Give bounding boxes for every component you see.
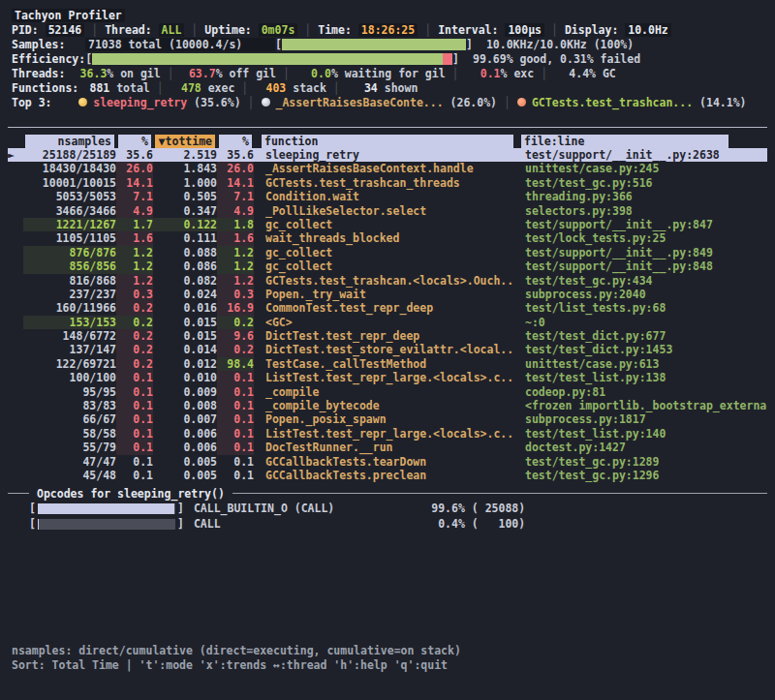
cell-function-name: GCTests.test_trashcan.<locals>.Ouch... [254,274,515,288]
cell-tottime: 0.007 [153,412,217,426]
cell-function-name: sleeping_retry [254,148,515,162]
table-row[interactable]: 237/2370.30.0240.3Popen._try_waitsubproc… [8,288,767,301]
cell-function-name: <GC> [254,316,515,329]
top3-separator: │ [241,96,262,109]
table-row[interactable]: 10001/1001514.11.00014.1GCTests.test_tra… [8,176,767,190]
opcode-percentage: 99.6% [417,502,465,515]
opcodes-title: Opcodes for sleeping_retry() [29,487,232,501]
efficiency-label: Efficiency: [12,52,85,66]
table-row[interactable]: 55/790.10.0060.1DocTestRunner.__rundocte… [8,441,767,454]
column-header-tottime-sorted[interactable]: ▼tottime [153,134,217,148]
functions-stat-value: 881 [78,81,109,95]
cell-file-line: test/test_list.py:140 [515,427,767,441]
cell-pct-direct: 35.6 [116,148,153,162]
cell-tottime: 0.086 [153,259,217,273]
top3-function-name[interactable]: sleeping_retry [93,96,187,109]
cell-nsamples: 856/856 [23,259,116,273]
table-row[interactable]: 5053/50537.10.5057.1Condition.waitthread… [8,190,767,203]
table-row[interactable]: 47/470.10.0050.1GCCallbackTests.tearDown… [8,455,767,469]
top3-separator: │ [497,96,517,109]
table-row[interactable]: 3466/34664.90.3474.9_PollLikeSelector.se… [8,204,767,218]
column-header-file[interactable]: file:line [515,134,767,148]
cell-file-line: unittest/case.py:245 [515,162,767,175]
cell-pct-direct: 7.1 [116,190,153,203]
opcode-bar-fill [38,519,39,530]
cell-tottime: 0.505 [153,190,217,203]
cell-tottime: 0.024 [153,288,217,301]
selected-row-pointer-icon [8,469,23,482]
table-row[interactable]: ►25188/2518935.62.51935.6sleeping_retryt… [8,148,767,162]
cell-nsamples: 95/95 [23,385,116,399]
cell-pct-direct: 0.1 [116,399,153,412]
table-row[interactable]: 137/1470.20.0140.2DictTest.test_store_ev… [8,343,767,356]
cell-function-name: gc_collect [254,246,515,259]
cell-pct-direct: 0.1 [116,412,153,426]
cell-file-line: test/test_gc.py:516 [515,176,767,190]
table-row[interactable]: 66/670.10.0070.1Popen._posix_spawnsubpro… [8,412,767,426]
selected-row-pointer-icon [8,288,23,301]
table-row[interactable]: 816/8681.20.0821.2GCTests.test_trashcan.… [8,274,767,288]
status-value: 52146 [46,23,85,37]
cell-tottime: 1.000 [153,176,217,190]
table-row[interactable]: 45/480.10.0050.1GCCallbackTests.preclean… [8,469,767,482]
selected-row-pointer-icon [8,343,23,356]
table-row[interactable]: 1221/12671.70.1221.8gc_collecttest/suppo… [8,218,767,231]
table-body: ►25188/2518935.62.51935.6sleeping_retryt… [8,148,767,482]
efficiency-bar [92,53,452,65]
selected-row-pointer-icon [8,399,23,412]
cell-tottime: 0.005 [153,455,217,469]
cell-pct-cumulative: 16.9 [217,301,254,315]
functions-stat-value: 34 [347,81,378,95]
cell-pct-cumulative: 9.6 [217,329,254,343]
cell-file-line: test/test_gc.py:1296 [515,469,767,482]
table-row[interactable]: 100/1000.10.0100.1ListTest.test_repr_lar… [8,371,767,384]
cell-function-name: DictTest.test_store_evilattr.<local... [254,343,515,356]
selected-row-pointer-icon [8,204,23,218]
table-row[interactable]: 153/1530.20.0150.2<GC>~:0 [8,316,767,329]
table-row[interactable]: 95/950.10.0090.1_compilecodeop.py:81 [8,385,767,399]
table-row[interactable]: 148/67720.20.0159.6DictTest.test_repr_de… [8,329,767,343]
cell-tottime: 0.012 [153,357,217,371]
selected-row-pointer-icon [8,412,23,426]
table-row[interactable]: 18430/1843026.01.84326.0_AssertRaisesBas… [8,162,767,175]
column-header-pct2[interactable]: % [217,134,254,148]
table-row[interactable]: 83/830.10.0080.1_compile_bytecode<frozen… [8,399,767,412]
table-row[interactable]: 856/8561.20.0861.2gc_collecttest/support… [8,259,767,273]
functions-separator: │ [326,81,347,95]
table-row[interactable]: 876/8761.20.0881.2gc_collecttest/support… [8,246,767,259]
terminal-window: Tachyon Profiler PID: 52146│Thread: ALL│… [0,0,775,700]
selected-row-pointer-icon [8,427,23,441]
table-row[interactable]: 122/697210.20.01298.4TestCase._callTestM… [8,357,767,371]
status-label: Time: [318,23,358,37]
opcode-name: CALL [184,517,417,531]
cell-pct-direct: 0.2 [116,357,153,371]
table-row[interactable]: 58/580.10.0060.1ListTest.test_repr_large… [8,427,767,441]
header-marker-spacer [8,134,23,148]
cell-tottime: 0.111 [153,231,217,245]
cell-function-name: Popen._try_wait [254,288,515,301]
cell-function-name: GCTests.test_trashcan_threads [254,176,515,190]
cell-pct-direct: 1.2 [116,246,153,259]
cell-pct-cumulative: 0.1 [217,427,254,441]
cell-file-line: test/test_list.py:138 [515,371,767,384]
medal-bronze-icon [517,98,526,107]
cell-file-line: test/support/__init__.py:849 [515,246,767,259]
footer-legend: nsamples: direct/cumulative (direct=exec… [12,643,461,658]
table-row[interactable]: 160/119660.20.01616.9CommonTest.test_rep… [8,301,767,315]
cell-nsamples: 18430/18430 [23,162,116,175]
functions-stat-suffix: shown [378,81,418,95]
cell-pct-direct: 1.7 [116,218,153,231]
column-header-nsamples[interactable]: nsamples [23,134,116,148]
table-row[interactable]: 1105/11051.60.1111.6wait_threads_blocked… [8,231,767,245]
column-header-pct1[interactable]: % [116,134,153,148]
top3-function-name[interactable]: GCTests.test_trashcan... [532,96,693,109]
samples-total: 71038 total (10000.4/s) [85,38,275,51]
cell-pct-direct: 1.2 [116,274,153,288]
opcode-row: []CALL_BUILTIN_O (CALL)99.6% ( 25088) [8,501,767,516]
column-header-function[interactable]: function [254,134,515,148]
opcode-bar [38,503,175,514]
opcode-bar-open: [ [29,502,36,515]
selected-row-pointer-icon [8,329,23,343]
cell-pct-cumulative: 0.1 [217,469,254,482]
top3-function-name[interactable]: _AssertRaisesBaseConte... [276,96,444,109]
